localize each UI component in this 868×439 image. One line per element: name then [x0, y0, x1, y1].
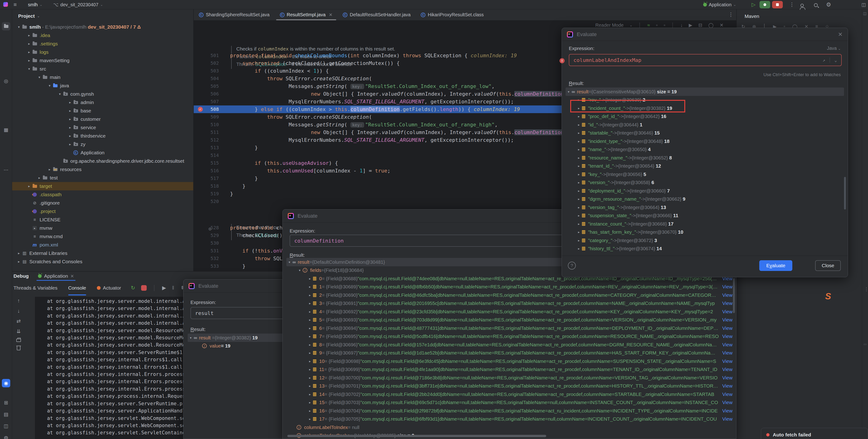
tree-item-LICENSE[interactable]: ≡LICENSE: [12, 216, 193, 224]
tree-item-mavenSetting[interactable]: ▸mavenSetting: [12, 56, 193, 65]
more-tools-icon[interactable]: ⋯: [2, 166, 10, 174]
view-link[interactable]: View: [722, 375, 733, 381]
close-icon[interactable]: ✕: [70, 274, 74, 279]
field-row-15[interactable]: ▸15 = {Field@30703} "com.mysql.cj.result…: [286, 399, 733, 407]
view-link[interactable]: View: [722, 292, 733, 298]
map-entry-suspension_state_[interactable]: ▸"suspension_state_" -> {Integer@30666} …: [565, 212, 844, 220]
horizontal-scrollbar[interactable]: [287, 435, 546, 437]
debug-panel-title[interactable]: Debug: [13, 273, 29, 279]
view-link[interactable]: View: [722, 284, 733, 289]
map-entry-id_[interactable]: ▸"id_" -> {Integer@30644} 1: [565, 121, 844, 129]
view-link[interactable]: View: [722, 408, 733, 414]
map-entry-incident_type_[interactable]: ▸"incident_type_" -> {Integer@30648} 18: [565, 137, 844, 146]
view-link[interactable]: View: [722, 325, 733, 331]
vertical-scrollbar[interactable]: [733, 278, 735, 313]
run-config-selector[interactable]: Application⌄: [703, 0, 736, 9]
layout-icon[interactable]: ◫: [862, 0, 866, 9]
stop-icon[interactable]: [141, 285, 147, 291]
field-row-16[interactable]: ▸16 = {Field@30704} "com.mysql.cj.result…: [286, 407, 733, 415]
scroll-down-icon[interactable]: ↓: [680, 23, 683, 28]
inspect-icon[interactable]: ▫: [664, 23, 665, 28]
field-row-6[interactable]: ▸6 = {Field@30694} "com.mysql.cj.result.…: [286, 324, 733, 333]
debug-session-tab[interactable]: Application ✕: [38, 272, 74, 281]
circle-icon[interactable]: ◯: [708, 22, 713, 28]
result-node[interactable]: ▾∞result = {CaseInsensitiveMap@30610} si…: [565, 88, 844, 96]
field-row-5[interactable]: ▸5 = {Field@30693} "com.mysql.cj.result.…: [286, 316, 733, 324]
evaluate-button[interactable]: Evaluate: [759, 260, 792, 271]
view-link[interactable]: View: [722, 342, 733, 347]
structure-tool-icon[interactable]: ▦: [2, 126, 10, 134]
play-icon[interactable]: ▶: [689, 22, 692, 28]
notifications-tool-icon[interactable]: ◍: [2, 433, 10, 439]
field-row-12[interactable]: ▸12 = {Field@30700} "com.mysql.cj.result…: [286, 374, 733, 382]
tree-item-.settings[interactable]: ▸.settings: [12, 39, 193, 48]
expand-icon[interactable]: ↗: [823, 58, 825, 63]
view-link[interactable]: View: [722, 301, 733, 306]
view-link[interactable]: View: [722, 367, 733, 372]
language-selector[interactable]: Java ⌄: [827, 45, 841, 51]
map-entry-history_ttl_[interactable]: ▸"history_ttl_" -> {Integer@30674} 14: [565, 245, 844, 253]
field-row-14[interactable]: ▸14 = {Field@30702} "com.mysql.cj.result…: [286, 390, 733, 399]
tab-HikariProxyResultSet.class[interactable]: CHikariProxyResultSet.class: [415, 9, 489, 20]
map-entry-startable_[interactable]: ▸"startable_" -> {Integer@30646} 15: [565, 129, 844, 137]
terminal-tool-icon[interactable]: ⊞: [2, 399, 10, 407]
tree-item-java[interactable]: ▾java: [12, 82, 193, 90]
view-link[interactable]: View: [722, 317, 733, 323]
tree-item-.gitignore[interactable]: ⊘.gitignore: [12, 199, 193, 207]
view-link[interactable]: View: [722, 309, 733, 314]
project-tool-icon[interactable]: [2, 22, 10, 31]
more-icon[interactable]: ⋮: [864, 286, 868, 292]
close-tab-icon[interactable]: ✕: [329, 12, 333, 18]
tree-item-Scratches and Consoles[interactable]: ▸▤Scratches and Consoles: [12, 257, 193, 266]
map-entry-has_start_form_key_[interactable]: ▸"has_start_form_key_" -> {Integer@30670…: [565, 228, 844, 237]
field-row-10[interactable]: ▸10 = {Field@30698} "com.mysql.cj.result…: [286, 357, 733, 366]
tree-item-mvnw[interactable]: ▸mvnw: [12, 224, 193, 232]
vertical-scrollbar[interactable]: [844, 177, 846, 210]
reader-mode-label[interactable]: Reader Mode: [595, 23, 623, 28]
tab-DefaultResultSetHandler.java[interactable]: CDefaultResultSetHandler.java: [338, 9, 415, 20]
add-user-icon[interactable]: [801, 1, 804, 11]
resume-icon[interactable]: ▶: [162, 285, 166, 291]
branch-selector[interactable]: ⌥ dev_sit_20230407⌄: [53, 0, 103, 9]
tab-ShardingSphereResultSet.java[interactable]: CShardingSphereResultSet.java: [194, 9, 275, 20]
tab-ResultSetImpl.java[interactable]: CResultSetImpl.java✕: [275, 9, 338, 20]
tree-item-zy[interactable]: ▸zy: [12, 140, 193, 149]
run-button[interactable]: ▷: [752, 0, 755, 9]
field-row-7[interactable]: ▸7 = {Field@30695} "com.mysql.cj.result.…: [286, 333, 733, 341]
pause-icon[interactable]: ‖: [172, 285, 174, 291]
reader-mode-bar[interactable]: Reader Mode ⌄│ ≈ ▫ ▫ │ ↓ ▶ ⊟ ◯ ✕: [595, 22, 723, 28]
field-row-2[interactable]: ▸2 = {Field@30690} "com.mysql.cj.result.…: [286, 291, 733, 299]
history-chevron-icon[interactable]: ⌄: [834, 58, 837, 63]
search-icon[interactable]: [814, 0, 818, 10]
expression-input[interactable]: columnLabelAndIndexMap ↗ │ ⌄: [569, 54, 842, 66]
map-entry-version_tag_[interactable]: ▸"version_tag_" -> {Integer@30664} 13: [565, 203, 844, 212]
field-row-1[interactable]: ▸1 = {Field@30689} "com.mysql.cj.result.…: [286, 283, 733, 291]
view-link[interactable]: View: [722, 383, 733, 389]
tree-item-admin[interactable]: ▸admin: [12, 98, 193, 106]
field-row-11[interactable]: ▸11 = {Field@30699} "com.mysql.cj.result…: [286, 366, 733, 374]
map-entry-tenant_id_[interactable]: ▸"tenant_id_" -> {Integer@30654} 12: [565, 162, 844, 170]
menu-icon[interactable]: ≡: [13, 0, 17, 9]
tree-item-.project[interactable]: .project: [12, 207, 193, 216]
up-arrow-icon[interactable]: ↑: [18, 298, 20, 304]
tree-item-test[interactable]: ▸test: [12, 174, 193, 182]
map-entry-resource_name_[interactable]: ▸"resource_name_" -> {Integer@30652} 8: [565, 154, 844, 162]
highlight-icon[interactable]: ▫: [656, 23, 657, 28]
map-entry-name_[interactable]: ▸"name_" -> {Integer@30650} 4: [565, 146, 844, 154]
project-panel-header[interactable]: Project⌄: [12, 9, 193, 23]
tree-item-com.gynsh[interactable]: ▾com.gynsh: [12, 90, 193, 98]
tree-item-org.apache.shardingsphere.driver.jdbc.core.resultset[interactable]: org.apache.shardingsphere.driver.jdbc.co…: [12, 157, 193, 165]
field-row-3[interactable]: ▸3 = {Field@30691} "com.mysql.cj.result.…: [286, 299, 733, 308]
field-row-17[interactable]: ▸17 = {Field@30705} "com.mysql.cj.result…: [286, 415, 733, 424]
tree-item-src[interactable]: ▾src: [12, 65, 193, 73]
close-icon[interactable]: ✕: [720, 22, 724, 28]
trash-icon[interactable]: [17, 346, 21, 350]
rerun-icon[interactable]: ↻: [131, 285, 135, 291]
map-entry-deployment_id_[interactable]: ▸"deployment_id_" -> {Integer@30660} 7: [565, 187, 844, 195]
tab-console[interactable]: Console: [68, 281, 86, 295]
tree-item-main[interactable]: ▾main: [12, 73, 193, 82]
tree-item-Application[interactable]: CApplication: [12, 149, 193, 157]
tree-item-mvnw.cmd[interactable]: ≡mvnw.cmd: [12, 232, 193, 241]
tab-actuator[interactable]: Actuator: [97, 281, 121, 295]
gear-icon[interactable]: ⚙: [826, 0, 831, 9]
